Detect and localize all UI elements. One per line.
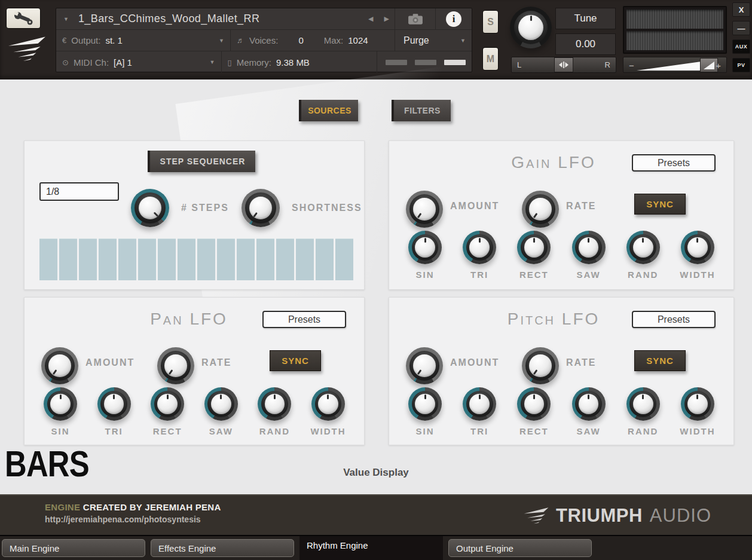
credit-footer: ENGINE CREATED BY JEREMIAH PENA http://j… [0,494,752,535]
pitch-lfo-tri-knob[interactable] [463,387,496,421]
volume-minus[interactable]: − [629,57,634,74]
snapshot-camera-icon[interactable] [395,13,435,25]
seq-step[interactable] [118,238,136,280]
pitch-lfo-width-knob[interactable] [681,387,714,421]
output-select[interactable]: € Output: st. 1 ▼ [56,30,231,51]
volume-slider[interactable]: − + [623,57,727,73]
sync-button[interactable]: SYNC [634,350,686,371]
amount-knob[interactable] [406,191,443,228]
company-name-primary: TRIUMPH [556,505,643,527]
rate-knob[interactable] [522,191,559,228]
presets-button[interactable]: Presets [632,154,716,172]
instrument-body: SOURCES FILTERS STEP SEQUENCER 1/8 # STE… [0,79,752,494]
seq-step[interactable] [276,238,294,280]
wave-knob-label: SAW [576,270,600,280]
pan-lfo-sin-knob[interactable] [44,387,77,421]
num-steps-knob[interactable] [131,189,169,227]
pan-handle[interactable] [554,57,573,72]
engine-tab-rhythm-engine[interactable]: Rhythm Engine [299,536,443,560]
seq-step[interactable] [256,238,274,280]
rate-knob[interactable] [522,347,559,384]
purge-menu[interactable]: Purge ▼ [395,30,472,51]
instrument-collapse-chevron[interactable]: ▼ [63,16,69,22]
engine-tab-effects-engine[interactable]: Effects Engine [151,539,294,557]
seq-step[interactable] [59,238,77,280]
presets-button[interactable]: Presets [632,311,716,328]
pan-lfo-tri-knob[interactable] [97,387,131,421]
seq-step[interactable] [158,238,176,280]
amount-knob[interactable] [406,347,443,384]
seq-step[interactable] [39,238,57,280]
pitch-lfo-rect-knob[interactable] [517,387,551,421]
close-button[interactable]: x [732,2,750,17]
gain-lfo-saw-knob[interactable] [572,231,606,264]
seq-step[interactable] [178,238,195,280]
pitch-lfo-rand-knob[interactable] [626,387,660,421]
voices-label: Voices: [249,35,278,45]
pan-lfo-width-knob[interactable] [311,387,345,421]
num-steps-label: # STEPS [181,203,229,213]
pan-lfo-rand-knob[interactable] [258,387,291,421]
gain-lfo-sin-knob[interactable] [408,231,442,264]
seq-step[interactable] [237,238,255,280]
prev-instrument-arrow[interactable]: ◀ [363,15,378,23]
sync-button[interactable]: SYNC [634,194,686,215]
tab-sources[interactable]: SOURCES [299,100,358,121]
seq-step[interactable] [79,238,97,280]
triumph-audio-logo: TRIUMPH AUDIO [522,505,711,527]
seq-step[interactable] [335,238,353,280]
engine-tab-output-engine[interactable]: Output Engine [448,539,592,557]
engine-tab-main-engine[interactable]: Main Engine [2,539,145,557]
rate-knob[interactable] [157,347,194,384]
presets-button[interactable]: Presets [262,311,346,328]
rate-label: RATE [566,201,596,212]
kontakt-instrument-window: ▼ 1_Bars_CChimes_Wood_Mallet_RR ◀ ▶ i [0,0,752,560]
credit-url[interactable]: http://jeremiahpena.com/photosyntesis [45,515,221,524]
chevron-down-icon: ▼ [219,38,224,44]
amount-label: AMOUNT [85,357,134,368]
midi-channel-select[interactable]: ⊙ MIDI Ch: [A] 1 ▼ [56,51,222,73]
wave-knob-label: RAND [628,270,658,280]
wave-knob-label: SIN [51,426,69,436]
tune-value-box[interactable]: 0.00 [555,33,616,55]
shortness-knob[interactable] [242,189,280,227]
amount-label: AMOUNT [450,357,499,368]
gain-lfo-rand-knob[interactable] [626,231,660,264]
step-sequencer-header[interactable]: STEP SEQUENCER [148,151,255,172]
gain-lfo-panel: Gain LFO Presets AMOUNT RATE SYNC SINTRI… [389,140,734,290]
pan-slider[interactable]: L R [511,57,616,73]
volume-plus[interactable]: + [716,57,721,74]
pitch-lfo-sin-knob[interactable] [408,387,442,421]
pitch-lfo-saw-knob[interactable] [572,387,606,421]
gain-lfo-tri-knob[interactable] [463,231,496,264]
seq-step[interactable] [217,238,235,280]
next-instrument-arrow[interactable]: ▶ [379,15,395,23]
memory-display: ▯ Memory: 9.38 MB [222,51,377,73]
tab-filters[interactable]: FILTERS [392,100,451,121]
wave-knob-label: WIDTH [680,270,715,280]
step-grid[interactable] [39,238,353,280]
pan-lfo-rect-knob[interactable] [151,387,184,421]
seq-step[interactable] [197,238,215,280]
seq-step[interactable] [138,238,156,280]
gain-lfo-width-knob[interactable] [681,231,714,264]
aux-button[interactable]: aux [732,39,750,54]
status-bar [386,60,407,65]
seq-step[interactable] [316,238,334,280]
pan-lfo-saw-knob[interactable] [204,387,238,421]
seq-step[interactable] [296,238,314,280]
sync-button[interactable]: SYNC [270,350,321,371]
seq-step[interactable] [99,238,117,280]
chevron-down-icon: ▼ [210,59,215,65]
wrench-edit-button[interactable] [6,8,41,29]
pv-button[interactable]: pv [732,58,750,72]
amount-knob[interactable] [41,347,78,384]
tune-knob[interactable] [510,7,552,48]
wave-knob-label: WIDTH [680,426,715,436]
minimize-button[interactable]: — [732,21,750,35]
seq-rate-field[interactable]: 1/8 [39,182,119,201]
solo-button[interactable]: S [482,10,499,33]
gain-lfo-rect-knob[interactable] [517,231,551,264]
info-icon[interactable]: i [436,11,472,27]
voices-display: ♬ Voices: 0 Max: 1024 [231,30,395,51]
